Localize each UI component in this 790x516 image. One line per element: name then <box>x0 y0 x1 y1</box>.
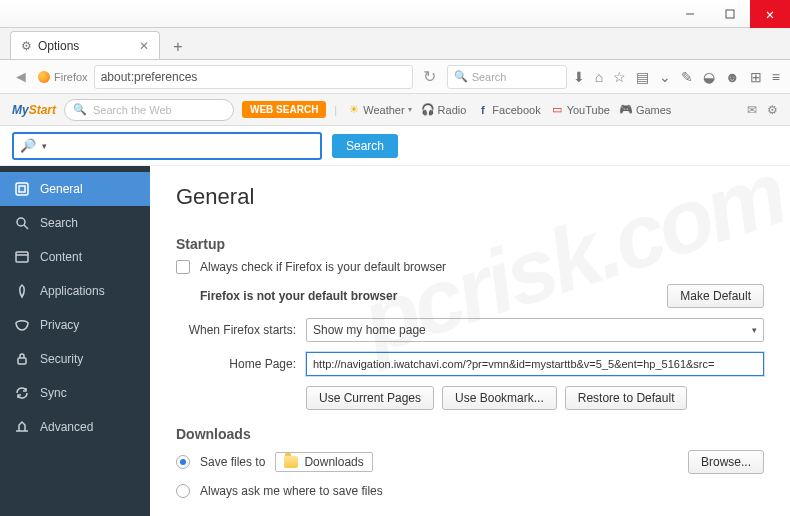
facebook-label: Facebook <box>492 104 540 116</box>
download-icon[interactable]: ⬇ <box>573 69 585 85</box>
radio-link[interactable]: 🎧Radio <box>422 103 467 116</box>
svg-line-5 <box>24 225 28 229</box>
addon-a-icon[interactable]: ◒ <box>703 69 715 85</box>
preferences-sidebar: General Search Content Applications Priv… <box>0 166 150 516</box>
home-icon[interactable]: ⌂ <box>595 69 603 85</box>
search-button[interactable]: Search <box>332 134 398 158</box>
dropdown-icon[interactable]: ▾ <box>42 141 47 151</box>
maximize-button[interactable] <box>710 0 750 28</box>
always-check-checkbox[interactable] <box>176 260 190 274</box>
reload-button[interactable]: ↻ <box>419 66 441 88</box>
use-current-pages-button[interactable]: Use Current Pages <box>306 386 434 410</box>
search-icon <box>14 215 30 231</box>
sidebar-item-privacy[interactable]: Privacy <box>0 308 150 342</box>
general-icon <box>14 181 30 197</box>
folder-icon <box>284 456 298 468</box>
mystart-search-input[interactable]: 🔍 Search the Web <box>64 99 234 121</box>
sidebar-item-general[interactable]: General <box>0 172 150 206</box>
back-button[interactable]: ◄ <box>10 66 32 88</box>
browse-button[interactable]: Browse... <box>688 450 764 474</box>
sidebar-item-search[interactable]: Search <box>0 206 150 240</box>
chevron-down-icon: ▾ <box>752 325 757 335</box>
page-title: General <box>176 184 764 210</box>
svg-rect-8 <box>18 358 26 364</box>
save-files-to-radio[interactable] <box>176 455 190 469</box>
search-icon: 🔎 <box>20 138 36 153</box>
make-default-button[interactable]: Make Default <box>667 284 764 308</box>
search-row: 🔎 ▾ Search <box>0 126 790 166</box>
addon-b-icon[interactable]: ☻ <box>725 69 740 85</box>
pocket-icon[interactable]: ⌄ <box>659 69 671 85</box>
sun-icon: ☀ <box>347 103 360 116</box>
always-check-label: Always check if Firefox is your default … <box>200 260 446 274</box>
identity-firefox: Firefox <box>38 71 88 83</box>
gamepad-icon: 🎮 <box>620 103 633 116</box>
rocket-icon <box>14 283 30 299</box>
always-ask-radio[interactable] <box>176 484 190 498</box>
svg-rect-2 <box>16 183 28 195</box>
navigation-toolbar: ◄ Firefox about:preferences ↻ 🔍 Search ⬇… <box>0 60 790 94</box>
share-icon[interactable]: ✎ <box>681 69 693 85</box>
brand-label: Firefox <box>54 71 88 83</box>
minimize-button[interactable] <box>670 0 710 28</box>
content-icon <box>14 249 30 265</box>
mystart-logo[interactable]: MyStart <box>12 103 56 117</box>
sidebar-label: Content <box>40 250 82 264</box>
always-ask-label: Always ask me where to save files <box>200 484 383 498</box>
when-starts-label: When Firefox starts: <box>176 323 296 337</box>
new-tab-button[interactable]: + <box>166 35 190 59</box>
mystart-links: | ☀Weather▾ 🎧Radio fFacebook ▭YouTube 🎮G… <box>334 103 671 116</box>
use-bookmark-button[interactable]: Use Bookmark... <box>442 386 557 410</box>
when-starts-select[interactable]: Show my home page ▾ <box>306 318 764 342</box>
svg-rect-6 <box>16 252 28 262</box>
sidebar-item-sync[interactable]: Sync <box>0 376 150 410</box>
mail-icon[interactable]: ✉ <box>747 103 757 117</box>
home-page-input[interactable] <box>306 352 764 376</box>
download-folder: Downloads <box>275 452 372 472</box>
tab-strip: ⚙ Options ✕ + <box>0 28 790 60</box>
mask-icon <box>14 317 30 333</box>
toolbar-icons: ⬇ ⌂ ☆ ▤ ⌄ ✎ ◒ ☻ ⊞ ≡ <box>573 69 780 85</box>
tab-title: Options <box>38 39 79 53</box>
sidebar-label: Privacy <box>40 318 79 332</box>
address-bar[interactable]: about:preferences <box>94 65 413 89</box>
search-icon: 🔍 <box>454 70 468 83</box>
headphones-icon: 🎧 <box>422 103 435 116</box>
games-link[interactable]: 🎮Games <box>620 103 671 116</box>
sidebar-item-content[interactable]: Content <box>0 240 150 274</box>
menu-icon[interactable]: ≡ <box>772 69 780 85</box>
youtube-link[interactable]: ▭YouTube <box>551 103 610 116</box>
save-files-to-label: Save files to <box>200 455 265 469</box>
radio-label: Radio <box>438 104 467 116</box>
sidebar-item-applications[interactable]: Applications <box>0 274 150 308</box>
addon-c-icon[interactable]: ⊞ <box>750 69 762 85</box>
games-label: Games <box>636 104 671 116</box>
web-search-button[interactable]: WEB SEARCH <box>242 101 326 118</box>
settings-icon[interactable]: ⚙ <box>767 103 778 117</box>
youtube-icon: ▭ <box>551 103 564 116</box>
not-default-label: Firefox is not your default browser <box>200 289 397 303</box>
when-starts-value: Show my home page <box>313 323 426 337</box>
search-icon: 🔍 <box>73 103 87 116</box>
sidebar-item-advanced[interactable]: Advanced <box>0 410 150 444</box>
reader-icon[interactable]: ▤ <box>636 69 649 85</box>
preferences-content: General Startup Always check if Firefox … <box>150 166 790 516</box>
bookmark-star-icon[interactable]: ☆ <box>613 69 626 85</box>
tab-options[interactable]: ⚙ Options ✕ <box>10 31 160 59</box>
facebook-icon: f <box>476 103 489 116</box>
mystart-search-placeholder: Search the Web <box>93 104 172 116</box>
search-bar[interactable]: 🔍 Search <box>447 65 567 89</box>
tab-close-icon[interactable]: ✕ <box>139 39 149 53</box>
sidebar-item-security[interactable]: Security <box>0 342 150 376</box>
download-folder-name: Downloads <box>304 455 363 469</box>
facebook-link[interactable]: fFacebook <box>476 103 540 116</box>
hat-icon <box>14 419 30 435</box>
page-search-input[interactable]: 🔎 ▾ <box>12 132 322 160</box>
restore-default-button[interactable]: Restore to Default <box>565 386 688 410</box>
home-page-label: Home Page: <box>176 357 296 371</box>
weather-link[interactable]: ☀Weather▾ <box>347 103 411 116</box>
window-titlebar: ✕ <box>0 0 790 28</box>
address-text: about:preferences <box>101 70 198 84</box>
svg-point-4 <box>17 218 25 226</box>
close-button[interactable]: ✕ <box>750 0 790 28</box>
